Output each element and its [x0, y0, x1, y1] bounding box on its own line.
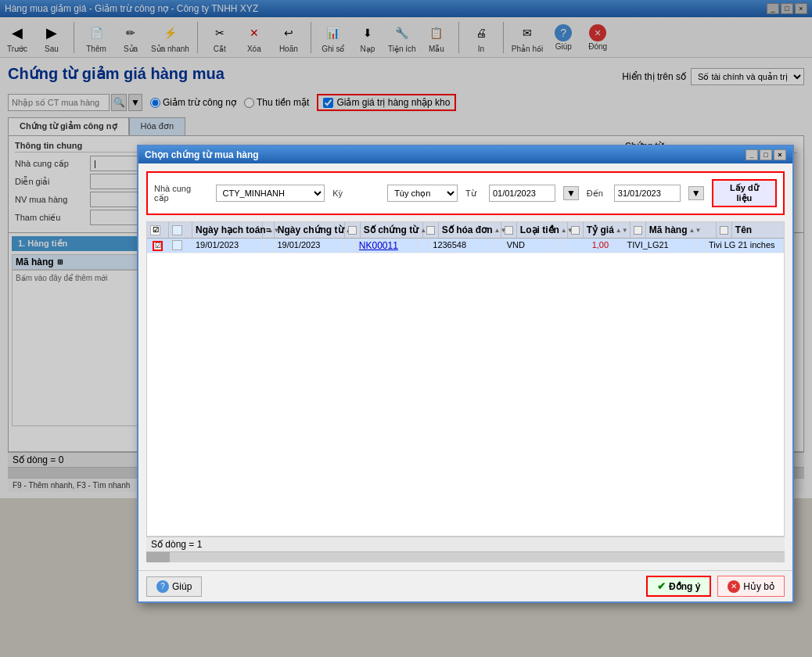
- header-so-ct-label: Số chứng từ: [364, 224, 419, 235]
- cell-cb3: [492, 239, 503, 253]
- ncc-filter-label: Nhà cung cấp: [154, 184, 208, 203]
- modal-title-controls: _ □ ×: [746, 149, 786, 160]
- modal-cancel-btn[interactable]: ✕ Hủy bỏ: [717, 576, 785, 597]
- modal-close-btn[interactable]: ×: [774, 149, 786, 160]
- modal-help-btn[interactable]: ? Giúp: [146, 576, 202, 597]
- cell-cb1: [344, 239, 355, 253]
- get-data-button[interactable]: Lấy dữ liệu: [712, 179, 777, 207]
- so-ct-link[interactable]: NK00011: [359, 240, 398, 251]
- modal-help-label: Giúp: [172, 581, 192, 592]
- header-loai-tien-label: Loại tiền: [520, 224, 559, 235]
- filter-row: Nhà cung cấp CTY_MINHANH Kỳ Tùy chọn Từ …: [146, 171, 785, 215]
- modal-title: Chọn chứng từ mua hàng: [145, 149, 259, 160]
- ok-icon: ✔: [657, 580, 666, 592]
- header-cb4: [568, 222, 584, 238]
- cell-ngay-ct: 19/01/2023: [274, 239, 344, 253]
- header-ty-gia[interactable]: Tỷ giá ▲▼: [584, 222, 631, 238]
- ncc-filter-select[interactable]: CTY_MINHANH: [216, 185, 325, 202]
- cell-cb6: [695, 239, 706, 253]
- header-ma-hang-label: Mã hàng: [649, 224, 688, 235]
- cell-ngay-hach: 19/01/2023: [192, 239, 263, 253]
- header-ngay-ct-label: Ngày chứng từ: [278, 224, 344, 235]
- header-ngay-hach[interactable]: Ngày hạch toán ▲▼: [192, 222, 263, 238]
- modal-cancel-label: Hủy bỏ: [743, 581, 774, 592]
- cell-ty-gia: 1,00: [566, 239, 613, 253]
- cell-eq1: [263, 239, 274, 253]
- cancel-circle-icon: ✕: [728, 580, 740, 593]
- header-ten-label: Tên: [735, 224, 752, 235]
- cell-select[interactable]: ☑: [147, 239, 169, 253]
- modal-footer: ? Giúp ✔ Đồng ý ✕ Hủy bỏ: [138, 570, 792, 601]
- modal-ok-label: Đồng ý: [669, 581, 700, 592]
- header-col2: [169, 222, 192, 238]
- den-date-input[interactable]: 31/01/2023: [614, 185, 681, 202]
- header-so-hd-label: Số hóa đơn: [442, 224, 493, 235]
- cell-ma-hang: TIVI_LG21: [624, 239, 695, 253]
- den-filter-label: Đến: [587, 188, 606, 199]
- header-cb3: [501, 222, 517, 238]
- cell-cb4: [555, 239, 566, 253]
- cell-loai-tien: VND: [504, 239, 555, 253]
- header-cb1: [345, 222, 361, 238]
- modal-ok-btn[interactable]: ✔ Đồng ý: [646, 576, 711, 597]
- header-so-hd[interactable]: Số hóa đơn ▲▼: [439, 222, 501, 238]
- header-ngay-hach-label: Ngày hạch toán: [196, 224, 266, 235]
- sort-ma-hang-icon: ▲▼: [689, 227, 702, 234]
- tu-filter-label: Từ: [465, 188, 481, 199]
- modal-minimize-btn[interactable]: _: [746, 149, 758, 160]
- header-cb2: [423, 222, 439, 238]
- modal-maximize-btn[interactable]: □: [760, 149, 772, 160]
- header-so-ct[interactable]: Số chứng từ ▲▼: [361, 222, 423, 238]
- grid-body: ☑ 19/01/2023 19/01/2023 NK00011 1236548: [147, 239, 784, 536]
- sort-ty-gia-icon: ▲▼: [616, 227, 628, 234]
- help-circle-icon: ?: [156, 580, 169, 593]
- ky-filter-label: Kỳ: [332, 188, 379, 198]
- modal-row-count: Số dòng = 1: [151, 539, 202, 550]
- modal-title-bar: Chọn chứng từ mua hàng _ □ ×: [138, 146, 792, 163]
- header-ten[interactable]: Tên: [732, 222, 785, 238]
- select-all-checkbox[interactable]: ☑: [150, 225, 160, 235]
- header-eq1: =: [263, 222, 275, 238]
- row-checkbox[interactable]: ☑: [153, 241, 163, 251]
- modal-dialog: Chọn chứng từ mua hàng _ □ × Nhà cung cấ…: [137, 145, 794, 603]
- ky-filter-select[interactable]: Tùy chọn: [387, 185, 458, 202]
- cell-check2: [169, 239, 192, 253]
- header-cb6: [717, 222, 732, 238]
- date-picker-den-icon[interactable]: ▼: [688, 186, 704, 200]
- cell-cb2: [419, 239, 429, 253]
- cell-so-hd: 1236548: [429, 239, 492, 253]
- cell-cb5: [613, 239, 623, 253]
- cell-ten: Tivi LG 21 inches: [706, 239, 784, 253]
- cell-so-ct[interactable]: NK00011: [356, 239, 419, 253]
- header-ty-gia-label: Tỷ giá: [587, 224, 614, 235]
- modal-action-btns: ✔ Đồng ý ✕ Hủy bỏ: [646, 576, 785, 597]
- table-row[interactable]: ☑ 19/01/2023 19/01/2023 NK00011 1236548: [147, 239, 784, 253]
- header-loai-tien[interactable]: Loại tiền ▲▼: [517, 222, 568, 238]
- header-ngay-ct[interactable]: Ngày chứng từ ▲▼: [275, 222, 345, 238]
- header-ma-hang[interactable]: Mã hàng ▲▼: [646, 222, 717, 238]
- modal-body: Nhà cung cấp CTY_MINHANH Kỳ Tùy chọn Từ …: [138, 163, 792, 570]
- grid-header: ☑ Ngày hạch toán ▲▼ = Ngày chứng từ ▲▼: [147, 222, 784, 239]
- modal-grid: ☑ Ngày hạch toán ▲▼ = Ngày chứng từ ▲▼: [146, 221, 785, 537]
- modal-status-bar: Số dòng = 1: [146, 537, 785, 551]
- header-cb5: [631, 222, 646, 238]
- tu-date-input[interactable]: 01/01/2023: [489, 185, 555, 202]
- header-select-all[interactable]: ☑: [147, 222, 169, 238]
- date-picker-tu-icon[interactable]: ▼: [563, 186, 579, 200]
- modal-scroll-h[interactable]: [146, 551, 785, 562]
